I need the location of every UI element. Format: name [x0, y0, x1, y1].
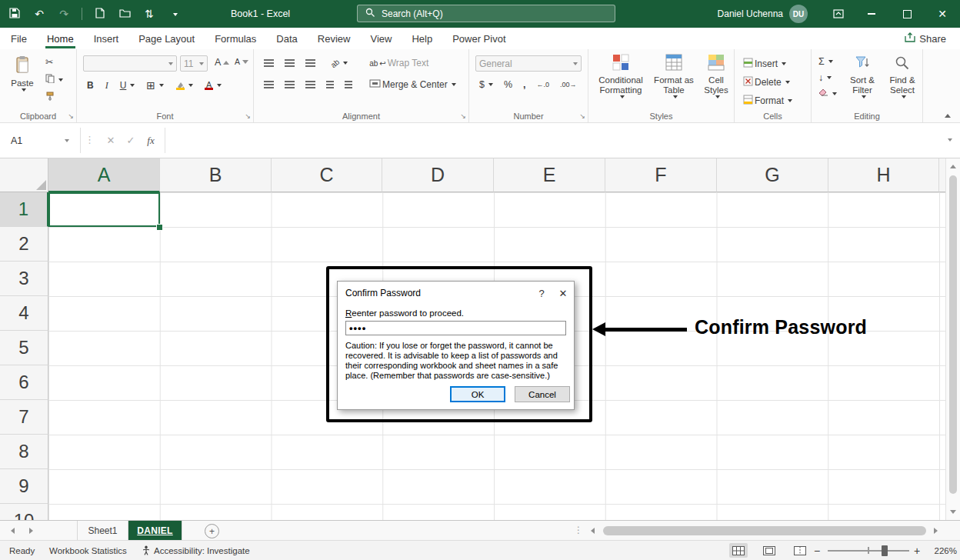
column-header-a[interactable]: A — [48, 158, 160, 192]
align-center-button[interactable] — [282, 80, 297, 90]
number-dialog-launcher-icon[interactable]: ↘ — [579, 113, 585, 120]
row-header-4[interactable]: 4 — [0, 296, 48, 331]
autosum-button[interactable]: Σ — [816, 55, 839, 68]
tab-home[interactable]: Home — [45, 28, 75, 48]
fill-handle[interactable] — [156, 224, 163, 231]
column-header-c[interactable]: C — [272, 158, 382, 192]
decrease-font-size-button[interactable]: A — [232, 56, 251, 67]
column-header-b[interactable]: B — [160, 158, 272, 192]
row-header-6[interactable]: 6 — [0, 365, 48, 400]
cell-styles-button[interactable]: Cell Styles — [699, 51, 733, 98]
decrease-indent-button[interactable] — [324, 80, 336, 90]
tab-review[interactable]: Review — [316, 28, 352, 48]
view-page-break-button[interactable] — [791, 543, 809, 558]
dialog-help-button[interactable]: ? — [531, 282, 552, 305]
format-painter-button[interactable] — [43, 91, 65, 104]
column-header-g[interactable]: G — [717, 158, 828, 192]
column-header-f[interactable]: F — [605, 158, 717, 192]
format-cells-button[interactable]: Format — [741, 94, 795, 108]
column-header-e[interactable]: E — [494, 158, 605, 192]
alignment-dialog-launcher-icon[interactable]: ↘ — [460, 113, 466, 120]
ok-button[interactable]: OK — [450, 386, 505, 402]
bold-button[interactable]: B — [85, 79, 96, 92]
row-header-5[interactable]: 5 — [0, 331, 48, 365]
next-sheet-icon[interactable] — [29, 528, 33, 534]
formula-enter-button[interactable]: ✓ — [122, 131, 140, 150]
tab-page-layout[interactable]: Page Layout — [137, 28, 196, 48]
undo-icon[interactable]: ↶ — [32, 8, 46, 20]
tab-insert[interactable]: Insert — [92, 28, 121, 48]
increase-decimal-button[interactable]: ←.0 — [535, 80, 552, 89]
column-header-d[interactable]: D — [382, 158, 494, 192]
column-header-h[interactable]: H — [828, 158, 939, 192]
percent-format-button[interactable]: % — [502, 78, 515, 91]
vertical-scrollbar-thumb[interactable] — [949, 175, 957, 494]
font-name-combo[interactable] — [83, 55, 177, 72]
row-header-10[interactable]: 10 — [0, 504, 48, 520]
italic-button[interactable]: I — [103, 79, 111, 92]
formula-bar-handle-icon[interactable]: ⋮ — [85, 134, 95, 145]
new-sheet-button[interactable]: + — [205, 524, 219, 538]
search-input[interactable]: Search (Alt+Q) — [357, 5, 615, 22]
zoom-in-button[interactable]: + — [914, 541, 920, 560]
align-top-button[interactable] — [262, 58, 276, 68]
align-right-button[interactable] — [303, 80, 318, 90]
insert-cells-button[interactable]: Insert — [741, 57, 788, 71]
workbook-statistics-button[interactable]: Workbook Statistics — [49, 541, 127, 560]
minimize-button[interactable] — [854, 0, 889, 28]
selected-cell-a1[interactable] — [48, 192, 160, 227]
cancel-button[interactable]: Cancel — [515, 386, 570, 402]
currency-format-button[interactable]: $ — [477, 78, 495, 91]
formula-input[interactable] — [171, 131, 937, 150]
formula-cancel-button[interactable]: ✕ — [102, 131, 120, 150]
clear-button[interactable] — [816, 88, 839, 100]
row-header-7[interactable]: 7 — [0, 400, 48, 435]
new-file-icon[interactable] — [93, 8, 107, 21]
collapse-ribbon-icon[interactable] — [945, 114, 951, 118]
accessibility-button[interactable]: Accessibility: Investigate — [154, 541, 250, 560]
borders-button[interactable]: ⊞ — [144, 78, 166, 92]
fill-color-button[interactable] — [173, 81, 195, 91]
avatar[interactable]: DU — [789, 5, 808, 23]
copy-button[interactable] — [43, 73, 65, 86]
align-bottom-button[interactable] — [303, 58, 318, 68]
merge-center-button[interactable]: Merge & Center — [367, 78, 458, 91]
number-format-combo[interactable]: General — [475, 55, 582, 72]
horizontal-scrollbar-thumb[interactable] — [603, 526, 926, 535]
font-size-combo[interactable]: 11 — [180, 55, 208, 72]
row-header-9[interactable]: 9 — [0, 469, 48, 504]
wrap-text-button[interactable]: ab↩Wrap Text — [367, 57, 431, 69]
row-header-8[interactable]: 8 — [0, 435, 48, 469]
tab-help[interactable]: Help — [410, 28, 434, 48]
zoom-level[interactable]: 226% — [928, 541, 957, 560]
share-button[interactable]: Share — [905, 28, 946, 49]
row-header-2[interactable]: 2 — [0, 227, 48, 262]
account-name[interactable]: Daniel Uchenna — [718, 0, 783, 28]
delete-cells-button[interactable]: Delete — [741, 75, 792, 89]
customize-toolbar-chevron-icon[interactable] — [167, 8, 181, 20]
open-folder-icon[interactable] — [118, 8, 132, 20]
align-middle-button[interactable] — [282, 58, 297, 68]
tab-power-pivot[interactable]: Power Pivot — [451, 28, 507, 48]
ribbon-display-options-icon[interactable] — [829, 6, 848, 22]
font-dialog-launcher-icon[interactable]: ↘ — [245, 113, 251, 120]
scroll-down-icon[interactable] — [950, 510, 956, 514]
sheet-tab-daniel[interactable]: DANIEL — [128, 521, 182, 540]
font-color-button[interactable]: A — [202, 80, 224, 91]
scroll-up-icon[interactable] — [950, 165, 956, 168]
increase-font-size-button[interactable]: A — [212, 56, 232, 68]
tab-file[interactable]: File — [9, 28, 28, 48]
maximize-button[interactable] — [889, 0, 925, 28]
save-icon[interactable] — [8, 8, 22, 21]
tab-view[interactable]: View — [368, 28, 393, 48]
format-as-table-button[interactable]: Format as Table — [652, 51, 696, 98]
insert-function-button[interactable]: fx — [142, 131, 160, 150]
close-button[interactable]: ✕ — [925, 0, 960, 28]
hscroll-right-icon[interactable] — [934, 528, 938, 534]
fill-button[interactable]: ↓ — [816, 72, 839, 84]
row-header-1[interactable]: 1 — [0, 192, 48, 227]
row-header-3[interactable]: 3 — [0, 262, 48, 296]
sort-az-icon[interactable]: ⇅ — [142, 8, 156, 20]
zoom-out-button[interactable]: − — [814, 541, 820, 560]
comma-format-button[interactable]: , — [521, 78, 528, 91]
